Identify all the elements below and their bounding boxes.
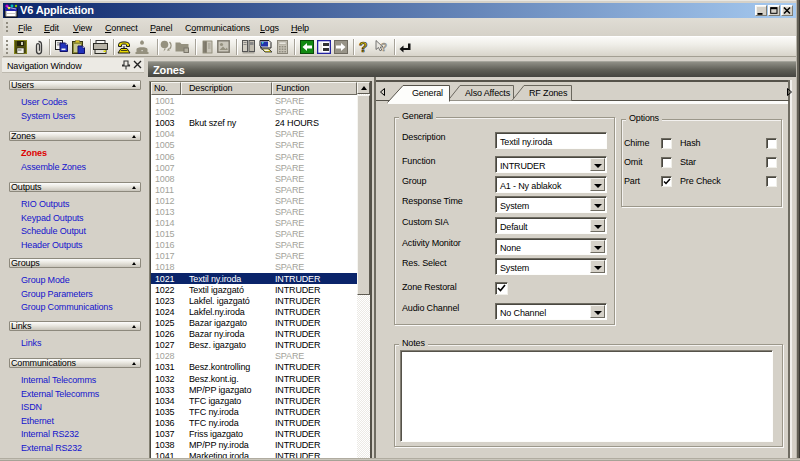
svg-text:?: ? <box>359 40 367 54</box>
svg-text:?: ? <box>381 41 388 53</box>
